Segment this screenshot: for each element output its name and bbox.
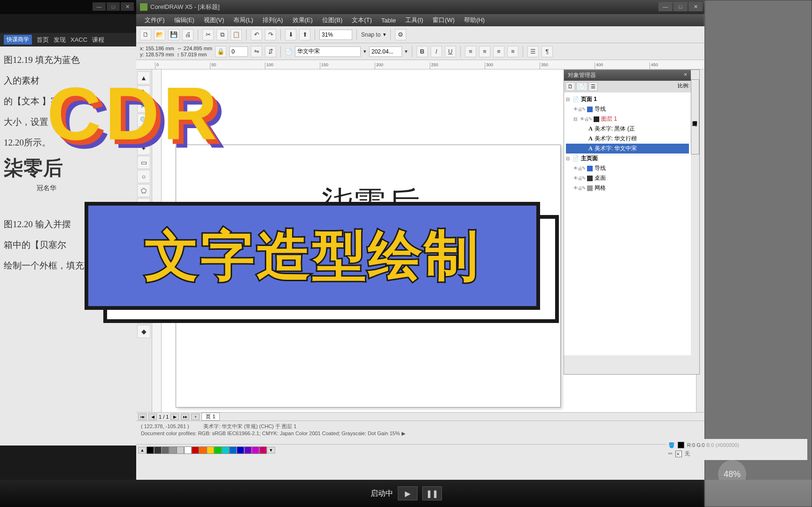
lock-ratio-button[interactable]: 🔒 [215,46,226,57]
align-right-button[interactable]: ≡ [493,46,504,57]
menu-window[interactable]: 窗口(W) [429,15,458,26]
underline-button[interactable]: U [445,46,456,57]
menu-layout[interactable]: 布局(L) [230,15,257,26]
font-family-select[interactable] [295,46,361,57]
align-justify-button[interactable]: ≡ [507,46,518,57]
tree-master-grid[interactable]: 👁🖨✎ 网格 [566,183,689,193]
first-page-button[interactable]: ⏮ [138,414,147,420]
left-maximize-button[interactable]: □ [107,2,120,11]
align-center-button[interactable]: ≡ [479,46,490,57]
ellipse-tool[interactable]: ○ [137,170,150,183]
nav-xacc[interactable]: XACC [70,36,87,43]
tree-artistic-text-selected[interactable]: A美术字: 华文中宋 [566,144,689,154]
page-tab[interactable]: 页 1 [201,413,219,421]
rectangle-tool[interactable]: ▭ [137,156,150,169]
palette-up-button[interactable]: ▲ [138,447,147,453]
palette-swatch[interactable] [192,446,199,454]
options-button[interactable]: ⚙ [395,29,406,40]
save-button[interactable]: 💾 [168,29,179,40]
tree-master-desktop[interactable]: 👁🖨✎ 桌面 [566,173,689,183]
outline-swatch-icon[interactable]: ✏ [668,451,673,457]
play-button[interactable]: ▶ [398,486,418,500]
menu-bitmap[interactable]: 位图(B) [318,15,346,26]
redo-button[interactable]: ↷ [265,29,276,40]
palette-swatch[interactable] [154,446,162,454]
print-button[interactable]: 🖨 [182,29,193,40]
palette-swatch[interactable] [199,446,207,454]
menu-text[interactable]: 文本(T) [348,15,376,26]
italic-button[interactable]: I [431,46,442,57]
docker-title[interactable]: 对象管理器 × [564,70,691,81]
docker-tab-icon[interactable]: ☰ [588,82,598,91]
palette-swatch[interactable] [214,446,222,454]
nav-discover[interactable]: 发现 [54,36,66,44]
snap-label[interactable]: Snap to [361,31,380,38]
palette-swatch[interactable] [222,446,229,454]
next-page-button[interactable]: ▶ [170,414,179,420]
bullet-button[interactable]: ☰ [527,46,539,57]
new-button[interactable]: 🗋 [140,29,151,40]
palette-swatch[interactable] [244,446,252,454]
fill-swatch[interactable] [678,442,684,448]
dropcap-button[interactable]: ¶ [541,46,553,57]
palette-swatch[interactable] [177,446,184,454]
windows-taskbar[interactable]: 启动中 ▶ ❚❚ [0,480,812,507]
nav-course[interactable]: 课程 [92,36,104,44]
copy-button[interactable]: ⧉ [217,29,228,40]
zoom-input[interactable] [319,30,352,40]
menu-arrange[interactable]: 排列(A) [259,15,286,26]
palette-swatch[interactable] [147,446,154,454]
menu-view[interactable]: 视图(V) [200,15,228,26]
undo-button[interactable]: ↶ [251,29,262,40]
cut-button[interactable]: ✂ [202,29,214,40]
menu-file[interactable]: 文件(F) [141,15,169,26]
palette-swatch[interactable] [252,446,259,454]
font-size-select[interactable] [369,46,402,57]
tree-master-guides[interactable]: 👁🖨✎ 导线 [566,163,689,173]
left-minimize-button[interactable]: — [93,2,106,11]
tree-master-page[interactable]: ⊟📄 主页面 [566,154,689,163]
import-button[interactable]: ⬇ [285,29,296,40]
menu-help[interactable]: 帮助(H) [460,15,488,26]
bold-button[interactable]: B [417,46,428,57]
open-button[interactable]: 📂 [154,29,165,40]
palette-swatch[interactable] [207,446,214,454]
docker-side-tab[interactable]: 对象管理器 [691,79,699,154]
docker-tab-icon[interactable]: 📄 [576,82,588,91]
pause-button[interactable]: ❚❚ [422,486,442,500]
palette-swatch[interactable] [169,446,177,454]
course-button[interactable]: 快课商学 [4,35,32,45]
palette-swatch[interactable] [237,446,244,454]
outline-swatch[interactable]: ✕ [675,451,682,457]
palette-swatch[interactable] [229,446,237,454]
paste-button[interactable]: 📋 [231,29,242,40]
menu-tools[interactable]: 工具(I) [402,15,427,26]
left-close-button[interactable]: ✕ [121,2,134,11]
menu-edit[interactable]: 编辑(E) [170,15,198,26]
docker-tab-icon[interactable]: 🗋 [565,82,575,91]
cd-close-button[interactable]: ✕ [688,2,703,11]
add-page-button[interactable]: + [191,414,200,420]
last-page-button[interactable]: ⏭ [181,414,189,420]
tree-artistic-text[interactable]: A美术字: 黑体 (正 [566,124,689,134]
docker-close-icon[interactable]: × [684,71,687,79]
polygon-tool[interactable]: ⬠ [137,184,150,197]
tree-artistic-text[interactable]: A美术字: 华文行楷 [566,134,689,144]
mirror-h-button[interactable]: ⇋ [251,46,262,57]
interactive-fill-tool[interactable]: ◆ [137,325,150,338]
cd-minimize-button[interactable]: — [658,2,673,11]
cd-maximize-button[interactable]: □ [673,2,688,11]
horizontal-ruler[interactable]: 0 50 100 150 200 250 300 350 400 450 [136,60,704,69]
prev-page-button[interactable]: ◀ [148,414,157,420]
tree-page[interactable]: ⊟📄 页面 1 [566,94,689,104]
palette-down-button[interactable]: ▼ [267,447,275,453]
fill-swatch-icon[interactable]: 🪣 [668,442,675,448]
palette-swatch[interactable] [259,446,267,454]
menu-effects[interactable]: 效果(E) [289,15,317,26]
nav-home[interactable]: 首页 [37,36,49,44]
menu-table[interactable]: Table [378,15,400,25]
palette-swatch[interactable] [184,446,192,454]
tree-guides[interactable]: 👁🖨✎ 导线 [566,104,689,114]
mirror-v-button[interactable]: ⇵ [265,46,276,57]
tree-layer-1[interactable]: ⊟👁🖨✎ 图层 1 [566,114,689,124]
